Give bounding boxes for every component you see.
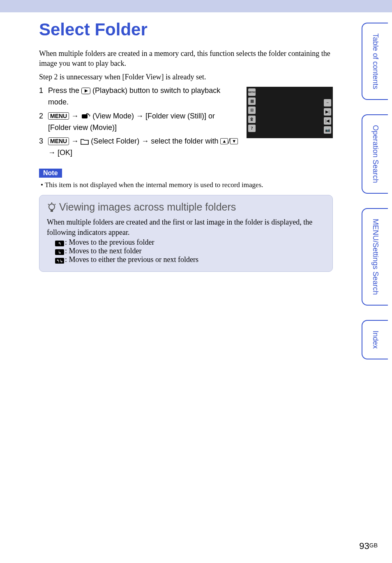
arrow-icon: → — [71, 112, 78, 120]
tab-menu-settings-search[interactable]: MENU/Settings Search — [362, 208, 388, 306]
step-1: 1 Press the (Playback) button to switch … — [39, 85, 238, 108]
intro-paragraph-1: When multiple folders are created in a m… — [39, 49, 333, 69]
tab-operation-search[interactable]: Operation Search — [362, 114, 388, 194]
page-title: Select Folder — [39, 20, 333, 39]
both-folder-indicator-icon: ↰↳ — [55, 258, 64, 264]
tip-intro: When multiple folders are created and th… — [47, 217, 325, 238]
playback-icon — [81, 88, 90, 94]
note-text: • This item is not displayed when the in… — [41, 181, 333, 189]
steps-row: 1 Press the (Playback) button to switch … — [39, 85, 333, 161]
view-mode-icon — [81, 113, 90, 120]
intro-paragraph-2: Step 2 is unnecessary when [Folder View]… — [39, 72, 333, 82]
camera-lcd-screenshot: MENU ▦ ⊞ 🗑 ? ↔ ▶| |◀ 📷 — [247, 87, 333, 138]
step1-text-a: Press the — [48, 86, 81, 95]
lightbulb-icon — [47, 202, 57, 213]
tip-item-3: ↰↳: Moves to either the previous or next… — [55, 255, 325, 264]
step-text: Press the (Playback) button to switch to… — [48, 85, 238, 108]
menu-icon: MENU — [248, 88, 256, 96]
side-tabs: Table of contents Operation Search MENU/… — [362, 23, 388, 359]
tab-table-of-contents[interactable]: Table of contents — [362, 23, 388, 100]
step-number: 3 — [39, 136, 48, 159]
tab-index[interactable]: Index — [362, 320, 388, 359]
step3-text-a: (Select Folder) — [89, 137, 141, 145]
page-content: Select Folder When multiple folders are … — [0, 12, 345, 272]
tip-box: Viewing images across multiple folders W… — [39, 195, 333, 271]
tip-item-1-text: : Moves to the previous folder — [65, 238, 154, 246]
step-text: MENU → (View Mode) → [Folder view (Still… — [48, 111, 238, 134]
calendar-icon: ▦ — [248, 97, 256, 105]
page-footer: 93GB — [359, 541, 378, 551]
step-2: 2 MENU → (View Mode) → [Folder view (Sti… — [39, 111, 238, 134]
tip-item-1: ↰: Moves to the previous folder — [55, 238, 325, 247]
folder-icon — [81, 138, 89, 145]
page-number: 93 — [359, 541, 369, 551]
step2-text-a: (View Mode) — [90, 112, 136, 120]
screenshot-left-icons: MENU ▦ ⊞ 🗑 ? — [248, 88, 256, 132]
step-number: 2 — [39, 111, 48, 134]
step3-text-b: select the folder with — [149, 137, 220, 145]
svg-line-7 — [55, 204, 55, 205]
camera-icon: 📷 — [324, 126, 331, 134]
wide-icon: ↔ — [324, 99, 331, 107]
tip-item-2-text: : Moves to the next folder — [65, 247, 141, 255]
menu-button-icon: MENU — [48, 112, 69, 120]
svg-rect-8 — [51, 210, 53, 212]
next-folder-indicator-icon: ↳ — [55, 249, 64, 255]
svg-line-6 — [48, 204, 49, 205]
svg-point-4 — [49, 204, 55, 210]
screenshot-right-icons: ↔ ▶| |◀ 📷 — [324, 99, 331, 134]
svg-rect-2 — [82, 114, 88, 118]
tip-title-text: Viewing images across multiple folders — [59, 201, 236, 213]
arrow-icon: → — [136, 112, 143, 120]
tip-item-3-text: : Moves to either the previous or next f… — [65, 255, 198, 264]
step-3: 3 MENU → (Select Folder) → select the fo… — [39, 136, 238, 159]
prev-folder-indicator-icon: ↰ — [55, 241, 64, 246]
step-number: 1 — [39, 85, 48, 108]
down-button-icon: ▼ — [230, 138, 238, 144]
trash-icon: 🗑 — [248, 116, 256, 123]
note-label: Note — [39, 169, 62, 178]
steps-list: 1 Press the (Playback) button to switch … — [39, 85, 238, 161]
overview-icon: ⊞ — [248, 107, 256, 114]
top-bar — [0, 0, 392, 12]
arrow-icon: → — [48, 148, 55, 157]
next-icon: ▶| — [324, 108, 331, 116]
tip-item-2: ↳: Moves to the next folder — [55, 247, 325, 255]
up-button-icon: ▲ — [220, 138, 228, 144]
page-suffix: GB — [369, 542, 378, 549]
step3-text-c: [OK] — [55, 148, 72, 157]
prev-icon: |◀ — [324, 117, 331, 125]
step-text: MENU → (Select Folder) → select the fold… — [48, 136, 238, 159]
tip-title: Viewing images across multiple folders — [47, 201, 325, 213]
arrow-icon: → — [71, 137, 78, 145]
help-icon: ? — [248, 125, 256, 132]
svg-marker-1 — [85, 89, 88, 93]
arrow-icon: → — [141, 137, 149, 145]
menu-button-icon: MENU — [48, 137, 69, 145]
